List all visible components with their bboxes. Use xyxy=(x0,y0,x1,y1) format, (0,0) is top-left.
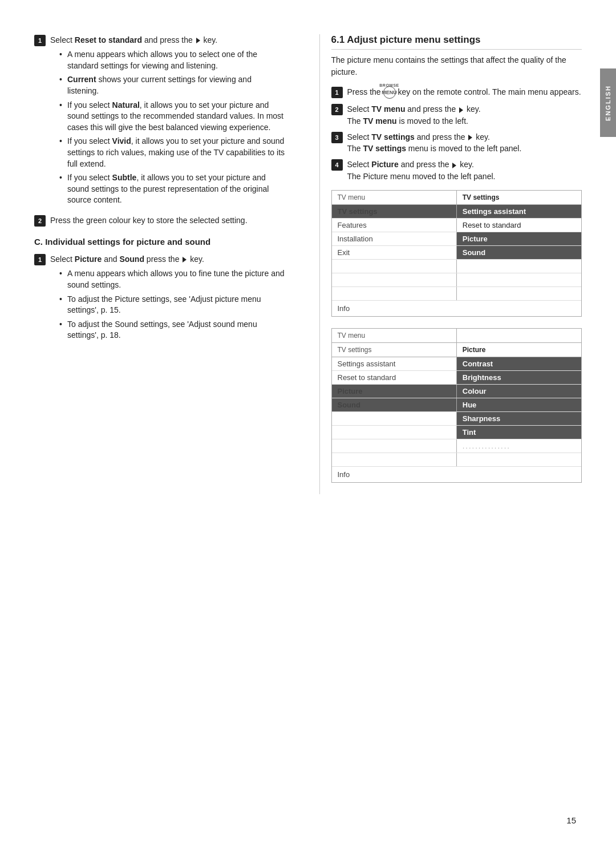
right-step-2: 2 Select TV menu and press the key.The T… xyxy=(331,103,582,127)
table-row: Settings assistant Contrast xyxy=(332,357,582,371)
cell-left: Installation xyxy=(332,232,457,245)
arrow-icon-1 xyxy=(196,38,200,43)
step-1-content: Select Reset to standard and press the k… xyxy=(50,34,285,209)
cell-right: Tint xyxy=(457,426,581,439)
arrow-icon-r2 xyxy=(459,107,463,113)
left-step-1: 1 Select Reset to standard and press the… xyxy=(34,34,285,209)
table2-col-right-header xyxy=(457,329,581,342)
cell-right: Settings assistant xyxy=(457,205,581,218)
step-num-2: 2 xyxy=(34,215,46,227)
cell-right: Contrast xyxy=(457,357,581,370)
cell-left xyxy=(332,453,457,466)
bullet-item: To adjust the Sound settings, see 'Adjus… xyxy=(59,319,285,341)
bullet-item: Current shows your current settings for … xyxy=(59,74,285,96)
main-content: 1 Select Reset to standard and press the… xyxy=(0,0,616,528)
step-1-bullets: A menu appears which allows you to selec… xyxy=(50,49,285,206)
step-3-text: Select Picture and Sound press the key. xyxy=(50,255,204,264)
arrow-icon-r3 xyxy=(468,135,472,140)
cell-right xyxy=(457,287,581,300)
right-step-1-text: Press the BROWSEMENU key on the remote c… xyxy=(347,87,581,96)
table2-header-row2: TV settings Picture xyxy=(332,343,582,357)
section-c-heading: C. Individual settings for picture and s… xyxy=(34,237,285,247)
step-2-content: Press the green colour key to store the … xyxy=(50,215,285,227)
dotted-text: ............... xyxy=(463,442,510,450)
table1-header: TV menu TV settings xyxy=(332,191,582,205)
cell-right: Sound xyxy=(457,246,581,259)
step-3-bullets: A menu appears which allows you to fine … xyxy=(50,268,285,341)
cell-left: TV settings xyxy=(332,205,457,218)
right-step-1-content: Press the BROWSEMENU key on the remote c… xyxy=(347,86,582,99)
table-row xyxy=(332,453,582,467)
browse-label: BROWSE xyxy=(379,83,399,88)
table-row xyxy=(332,260,582,273)
cell-left: Features xyxy=(332,219,457,232)
right-step-4-text: Select Picture and press the key.The Pic… xyxy=(347,160,496,180)
table1-info: Info xyxy=(332,301,582,316)
table-row: Installation Picture xyxy=(332,232,582,246)
right-step-num-3: 3 xyxy=(331,132,343,143)
table-row: Features Reset to standard xyxy=(332,219,582,232)
cell-right xyxy=(457,273,581,286)
cell-left xyxy=(332,439,457,453)
right-step-3-text: Select TV settings and press the key.The… xyxy=(347,132,522,153)
table-row xyxy=(332,273,582,287)
table1-col-left-header: TV menu xyxy=(332,191,457,204)
arrow-icon-r4 xyxy=(452,163,456,168)
table1-col-right-header: TV settings xyxy=(457,191,581,204)
right-step-num-2: 2 xyxy=(331,104,343,115)
step-num-1: 1 xyxy=(34,35,46,46)
cell-left: Settings assistant xyxy=(332,357,457,370)
menu-table-2: TV menu TV settings Picture Settings ass… xyxy=(331,328,582,483)
table-row: Sound Hue xyxy=(332,398,582,412)
right-step-4: 4 Select Picture and press the key.The P… xyxy=(331,159,582,182)
side-tab: ENGLISH xyxy=(600,68,616,137)
right-step-num-1: 1 xyxy=(331,87,343,98)
bullet-item: To adjust the Picture settings, see 'Adj… xyxy=(59,294,285,316)
cell-right: Colour xyxy=(457,385,581,398)
bullet-item: A menu appears which allows you to selec… xyxy=(59,49,285,71)
table2-col-left-header: TV menu xyxy=(332,329,457,342)
right-step-2-text: Select TV menu and press the key.The TV … xyxy=(347,104,481,125)
right-section-heading: 6.1 Adjust picture menu settings xyxy=(331,34,582,50)
cell-left xyxy=(332,426,457,439)
right-step-4-content: Select Picture and press the key.The Pic… xyxy=(347,159,582,182)
table-row: Exit Sound xyxy=(332,246,582,260)
cell-right: Reset to standard xyxy=(457,219,581,232)
cell-right xyxy=(457,260,581,273)
right-step-num-4: 4 xyxy=(331,159,343,171)
table2-col-right-sub: Picture xyxy=(457,343,581,357)
right-step-1: 1 Press the BROWSEMENU key on the remote… xyxy=(331,86,582,99)
step-num-3: 1 xyxy=(34,254,46,265)
bullet-item: If you select Natural, it allows you to … xyxy=(59,100,285,134)
left-column: 1 Select Reset to standard and press the… xyxy=(34,34,297,494)
cell-left xyxy=(332,287,457,300)
arrow-icon-3 xyxy=(183,257,187,263)
cell-left: Picture xyxy=(332,385,457,398)
step-3-content: Select Picture and Sound press the key. … xyxy=(50,253,285,344)
menu-table-1: TV menu TV settings TV settings Settings… xyxy=(331,190,582,317)
right-step-3: 3 Select TV settings and press the key.T… xyxy=(331,131,582,155)
table2-info: Info xyxy=(332,467,582,482)
side-tab-label: ENGLISH xyxy=(605,85,611,121)
cell-left: Exit xyxy=(332,246,457,259)
cell-right: Sharpness xyxy=(457,412,581,425)
right-column: 6.1 Adjust picture menu settings The pic… xyxy=(319,34,582,494)
right-step-3-content: Select TV settings and press the key.The… xyxy=(347,131,582,155)
table-row: TV settings Settings assistant xyxy=(332,205,582,219)
table-row: Picture Colour xyxy=(332,385,582,398)
bullet-item: If you select Subtle, it allows you to s… xyxy=(59,172,285,206)
step-1-text: Select Reset to standard and press the k… xyxy=(50,35,217,45)
intro-text: The picture menu contains the settings t… xyxy=(331,54,582,78)
cell-right: Brightness xyxy=(457,371,581,384)
table-row xyxy=(332,287,582,301)
cell-right-dotted: ............... xyxy=(457,439,581,453)
left-step-2: 2 Press the green colour key to store th… xyxy=(34,215,285,227)
cell-right: Hue xyxy=(457,398,581,411)
bullet-item: A menu appears which allows you to fine … xyxy=(59,268,285,290)
menu-icon: BROWSEMENU xyxy=(383,86,396,99)
cell-left xyxy=(332,412,457,425)
table-row: Tint xyxy=(332,426,582,439)
left-step-3: 1 Select Picture and Sound press the key… xyxy=(34,253,285,344)
page-number: 15 xyxy=(566,815,576,825)
table-row: ............... xyxy=(332,439,582,453)
